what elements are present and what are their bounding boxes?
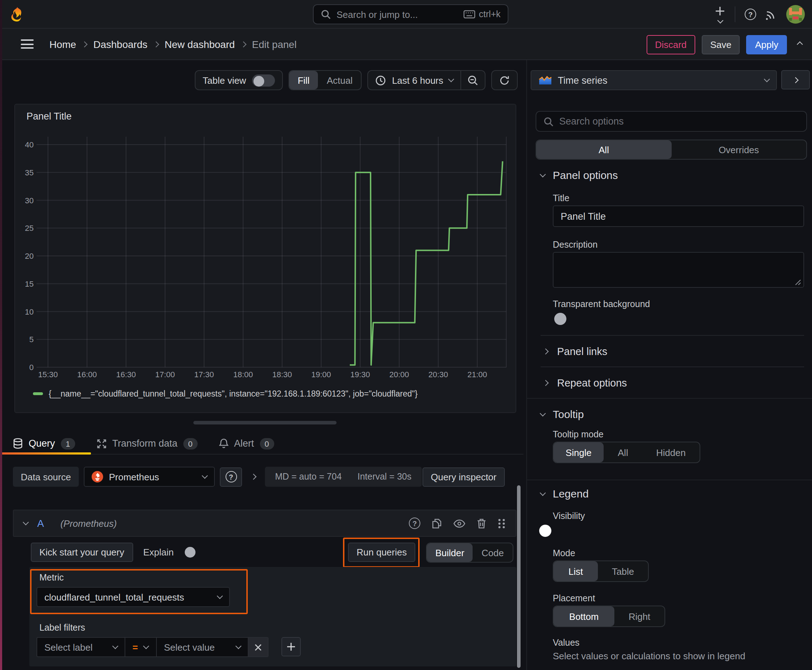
tab-alert-label: Alert xyxy=(234,438,254,449)
select-value-dropdown[interactable]: Select value xyxy=(157,637,249,657)
datasource-picker[interactable]: Prometheus xyxy=(84,467,215,487)
chart-legend: {__name__="cloudflared_tunnel_total_requ… xyxy=(33,389,417,398)
tab-query[interactable]: Query 1 xyxy=(13,433,75,454)
description-textarea[interactable] xyxy=(553,252,804,288)
alert-count-badge: 0 xyxy=(259,438,274,449)
vertical-scrollbar[interactable] xyxy=(517,485,520,668)
code-option[interactable]: Code xyxy=(473,543,512,562)
collapse-up-icon[interactable] xyxy=(798,42,802,47)
tab-all[interactable]: All xyxy=(536,140,671,159)
resize-corner-icon[interactable] xyxy=(795,279,801,286)
metric-dropdown[interactable]: cloudflared_tunnel_total_requests xyxy=(37,587,230,607)
news-rss-icon[interactable] xyxy=(765,8,777,20)
collapse-options-button[interactable] xyxy=(781,70,810,90)
legend-series-swatch[interactable] xyxy=(33,392,43,395)
breadcrumb: Home Dashboards New dashboard Edit panel xyxy=(49,38,297,50)
time-series-chart[interactable]: 051015202530354015:3016:0016:3017:0017:3… xyxy=(22,121,509,384)
fill-actual-segmented: Fill Actual xyxy=(288,70,362,90)
panel-title: Panel Title xyxy=(27,111,71,122)
tooltip-heading[interactable]: Tooltip xyxy=(541,408,584,420)
table-view-control: Table view xyxy=(195,70,283,90)
tab-transform[interactable]: Transform data 0 xyxy=(97,433,198,454)
series-line xyxy=(350,161,503,365)
tooltip-single-option[interactable]: Single xyxy=(554,442,603,462)
refresh-button[interactable] xyxy=(491,70,518,90)
query-row-header[interactable]: A (Prometheus) xyxy=(13,510,516,537)
placement-bottom-option[interactable]: Bottom xyxy=(554,606,614,626)
save-button[interactable]: Save xyxy=(702,35,740,54)
query-help-icon[interactable] xyxy=(409,518,420,529)
breadcrumb-dashboards[interactable]: Dashboards xyxy=(93,38,147,50)
help-icon[interactable] xyxy=(745,8,756,20)
remove-filter-button[interactable] xyxy=(249,637,268,657)
new-menu-button[interactable] xyxy=(715,5,726,23)
datasource-label: Data source xyxy=(13,467,79,487)
fill-option[interactable]: Fill xyxy=(289,71,318,90)
database-icon xyxy=(13,438,23,449)
placement-right-option[interactable]: Right xyxy=(614,606,665,626)
x-tick-label: 20:00 xyxy=(389,370,409,379)
hide-response-eye-icon[interactable] xyxy=(453,519,465,528)
run-queries-button[interactable]: Run queries xyxy=(348,543,415,562)
search-icon xyxy=(321,9,331,19)
select-label-placeholder: Select label xyxy=(44,642,107,653)
tooltip-all-option[interactable]: All xyxy=(603,442,642,462)
operator-dropdown[interactable]: = xyxy=(125,637,157,657)
legend-series-label[interactable]: {__name__="cloudflared_tunnel_total_requ… xyxy=(49,389,417,398)
resize-drag-handle[interactable] xyxy=(193,421,337,425)
panel-options-heading[interactable]: Panel options xyxy=(541,169,618,181)
options-sidebar: Time series All Overrides Panel options … xyxy=(526,60,812,670)
chevron-down-icon xyxy=(764,76,770,82)
add-filter-button[interactable] xyxy=(281,637,301,656)
legend-table-option[interactable]: Table xyxy=(598,561,648,581)
kick-start-button[interactable]: Kick start your query xyxy=(31,543,133,562)
transform-count-badge: 0 xyxy=(183,438,198,449)
chevron-right-icon xyxy=(81,41,88,47)
options-search[interactable] xyxy=(536,111,807,132)
label-filter-row: Select label = Select value xyxy=(37,637,268,657)
repeat-options-section[interactable]: Repeat options xyxy=(544,372,627,394)
window-edge-strip xyxy=(0,0,2,670)
tooltip-hidden-option[interactable]: Hidden xyxy=(642,442,700,462)
grafana-logo-icon[interactable] xyxy=(8,6,25,22)
legend-heading[interactable]: Legend xyxy=(541,487,588,500)
query-options-expander[interactable] xyxy=(247,475,260,479)
chevron-right-icon xyxy=(153,41,159,47)
menu-toggle-icon[interactable] xyxy=(21,39,34,49)
x-tick-label: 20:30 xyxy=(428,370,448,379)
legend-mode-label: Mode xyxy=(553,548,575,558)
chevron-down-icon xyxy=(112,643,119,649)
y-tick-label: 35 xyxy=(25,168,34,177)
discard-button[interactable]: Discard xyxy=(647,35,695,54)
breadcrumb-new-dashboard[interactable]: New dashboard xyxy=(165,38,235,50)
tab-alert[interactable]: Alert 0 xyxy=(219,433,274,454)
options-search-input[interactable] xyxy=(559,116,799,127)
time-range-picker[interactable]: Last 6 hours xyxy=(368,75,460,86)
query-inspector-button[interactable]: Query inspector xyxy=(422,467,505,486)
select-label-dropdown[interactable]: Select label xyxy=(37,637,125,657)
panel-title-input[interactable] xyxy=(553,205,804,227)
apply-button[interactable]: Apply xyxy=(746,35,787,54)
actual-option[interactable]: Actual xyxy=(318,71,361,90)
divider xyxy=(541,367,804,367)
panel-links-section[interactable]: Panel links xyxy=(544,341,607,362)
x-tick-label: 19:30 xyxy=(350,370,370,379)
grafana-edit-panel-page: Search or jump to... ctrl+k xyxy=(0,0,812,670)
user-avatar[interactable] xyxy=(786,5,805,24)
nav-divider xyxy=(735,7,736,22)
visualization-name: Time series xyxy=(558,75,759,86)
legend-list-option[interactable]: List xyxy=(554,561,598,581)
table-view-toggle[interactable] xyxy=(252,74,275,86)
global-search-box[interactable]: Search or jump to... ctrl+k xyxy=(313,4,509,24)
breadcrumb-home[interactable]: Home xyxy=(49,38,76,50)
zoom-out-button[interactable] xyxy=(460,71,485,90)
visualization-picker[interactable]: Time series xyxy=(531,70,777,90)
delete-query-trash-icon[interactable] xyxy=(477,518,486,529)
tab-overrides[interactable]: Overrides xyxy=(671,140,806,159)
duplicate-query-icon[interactable] xyxy=(432,518,442,529)
datasource-help-button[interactable] xyxy=(220,467,242,486)
builder-option[interactable]: Builder xyxy=(427,543,473,562)
y-tick-label: 0 xyxy=(29,363,34,372)
drag-grip-icon[interactable] xyxy=(498,518,505,529)
chevron-down-icon xyxy=(717,17,723,23)
